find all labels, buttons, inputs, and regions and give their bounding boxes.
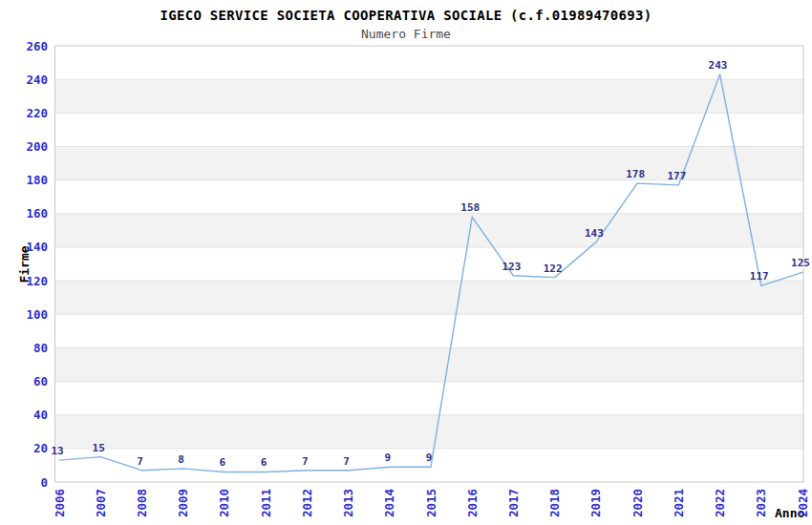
x-tick-label: 2013 (341, 489, 355, 517)
x-tick-label: 2016 (465, 489, 480, 517)
y-tick-label: 160 (26, 206, 48, 220)
x-tick-label: 2008 (135, 489, 149, 517)
value-label: 178 (626, 168, 645, 180)
y-tick-label: 40 (33, 408, 48, 422)
x-tick-label: 2019 (588, 489, 603, 517)
value-label: 143 (585, 227, 604, 240)
x-tick-label: 2012 (300, 489, 314, 517)
plot-band (55, 314, 804, 347)
y-tick-label: 0 (40, 475, 48, 490)
y-tick-label: 80 (33, 341, 48, 355)
x-tick-label: 2023 (754, 489, 768, 517)
value-label: 8 (178, 453, 184, 466)
plot-band (55, 347, 804, 381)
y-tick-label: 180 (26, 173, 48, 187)
y-tick-label: 200 (26, 139, 48, 154)
value-label: 7 (343, 455, 350, 468)
x-tick-label: 2011 (259, 489, 273, 517)
value-label: 7 (302, 455, 309, 468)
plot-band (55, 79, 804, 113)
chart-window: IGECO SERVICE SOCIETA COOPERATIVA SOCIAL… (0, 0, 812, 525)
plot-band (55, 415, 804, 449)
plot-band (55, 382, 804, 415)
x-tick-label: 2009 (176, 489, 190, 517)
y-tick-label: 140 (26, 240, 48, 254)
x-tick-label: 2021 (672, 489, 686, 517)
plot-band (55, 281, 804, 314)
x-tick-label: 2020 (630, 489, 645, 517)
x-tick-label: 2010 (217, 489, 231, 517)
value-label: 158 (460, 201, 480, 214)
value-label: 123 (502, 261, 522, 273)
value-label: 6 (220, 456, 226, 469)
plot-band (55, 247, 804, 281)
value-label: 9 (426, 452, 433, 464)
value-label: 117 (750, 270, 769, 283)
x-tick-label: 2007 (94, 489, 108, 517)
value-label: 243 (709, 59, 728, 72)
value-label: 177 (667, 170, 686, 182)
plot-band (55, 214, 804, 247)
x-tick-label: 2006 (53, 489, 67, 517)
plot-band (55, 46, 804, 79)
plot-band (55, 180, 804, 214)
value-label: 9 (384, 452, 391, 464)
value-label: 15 (93, 442, 105, 454)
value-label: 13 (51, 445, 63, 457)
y-tick-label: 60 (33, 374, 48, 388)
x-tick-label: 2017 (506, 489, 521, 517)
y-tick-label: 100 (26, 307, 48, 322)
chart-canvas: 0204060801001201401601802002202402602006… (0, 0, 812, 525)
y-tick-label: 220 (26, 106, 48, 120)
x-tick-label: 2022 (713, 489, 727, 517)
y-tick-label: 260 (26, 39, 48, 53)
value-label: 125 (791, 257, 810, 269)
y-tick-label: 240 (26, 73, 48, 87)
value-label: 122 (544, 262, 563, 275)
y-tick-label: 120 (26, 274, 48, 288)
x-tick-label: 2024 (796, 489, 810, 517)
value-label: 7 (137, 455, 143, 468)
plot-band (55, 113, 804, 146)
x-tick-label: 2018 (547, 489, 562, 517)
x-tick-label: 2015 (424, 489, 438, 517)
value-label: 6 (261, 456, 267, 469)
y-tick-label: 20 (33, 441, 48, 455)
x-tick-label: 2014 (382, 489, 396, 517)
